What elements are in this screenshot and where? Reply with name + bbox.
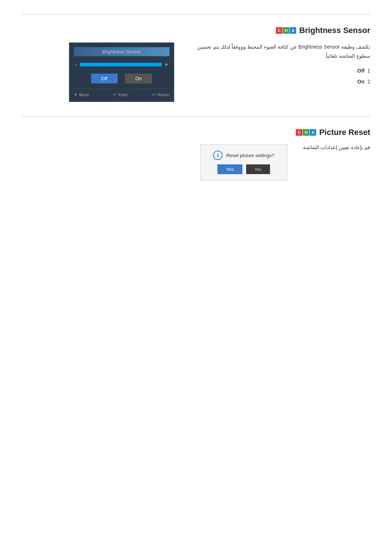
option-on-label: On [358,79,364,85]
reset-info-icon: ℹ [213,151,222,160]
slider-plus-btn[interactable]: + [165,61,168,68]
yes-button[interactable]: Yes [217,164,242,174]
cha-badge-reset: C H A [296,129,316,136]
option-off: Off 1. [189,66,370,75]
reset-buttons-row: Yes No [217,164,270,174]
reset-question-row: ℹ Reset picture settings? [213,151,274,160]
nav-enter: ↵ Enter [113,92,128,97]
brightness-title-text: Brightness Sensor [299,26,370,35]
picture-reset-title-text: Picture Reset [319,128,370,137]
brightness-sensor-header: C H A Brightness Sensor [22,26,370,35]
move-icon: ✦ [74,92,78,97]
picture-reset-body: ℹ Reset picture settings? Yes No قم بإعا… [22,144,370,180]
brightness-sensor-title: C H A Brightness Sensor [276,26,370,35]
reset-question-text: Reset picture settings? [226,153,274,158]
badge-reset-c: C [296,129,302,136]
picture-reset-arabic: قم بإعادة تعيين إعدادات الشاشة. [302,144,370,150]
brightness-sensor-body: Brightness Sensor - + Off On ✦ Move [22,42,370,102]
osd-nav-row: ✦ Move ↵ Enter ↩ Return [74,89,170,97]
enter-icon: ↵ [113,92,117,97]
picture-reset-description: قم بإعادة تعيين إعدادات الشاشة. [302,144,370,150]
nav-return-label: Return [158,93,170,97]
badge-c: C [276,27,282,34]
arabic-description: تكشف وظيفة Brightness Sensor عن كثافة ال… [189,42,370,61]
nav-return: ↩ Return [152,92,170,97]
osd-panel-title: Brightness Sensor [74,47,170,56]
return-icon: ↩ [152,92,156,97]
nav-enter-label: Enter [118,93,128,97]
option-on: On 2. [189,77,370,86]
no-button[interactable]: No [246,164,270,174]
nav-move-label: Move [79,93,89,97]
option-off-label: Off [357,68,364,74]
badge-h: H [283,27,289,34]
cha-badge-brightness: C H A [276,27,296,34]
badge-reset-h: H [303,129,309,136]
brightness-sensor-section: C H A Brightness Sensor Brightness Senso… [22,15,370,102]
picture-reset-section: C H A Picture Reset ℹ Reset picture sett… [22,116,370,180]
on-button[interactable]: On [125,74,152,83]
toggle-row: Off On [74,74,170,83]
slider-track[interactable] [80,63,162,66]
off-button[interactable]: Off [91,74,118,83]
badge-a: A [290,27,296,34]
reset-panel: ℹ Reset picture settings? Yes No [200,144,287,180]
nav-move: ✦ Move [74,92,89,97]
badge-reset-a: A [310,129,316,136]
slider-row: - + [74,61,170,68]
brightness-osd-panel: Brightness Sensor - + Off On ✦ Move [69,42,174,102]
picture-reset-title: C H A Picture Reset [296,128,370,137]
slider-minus-btn[interactable]: - [75,61,77,68]
picture-reset-header: C H A Picture Reset [22,128,370,137]
brightness-description: تكشف وظيفة Brightness Sensor عن كثافة ال… [189,42,370,88]
